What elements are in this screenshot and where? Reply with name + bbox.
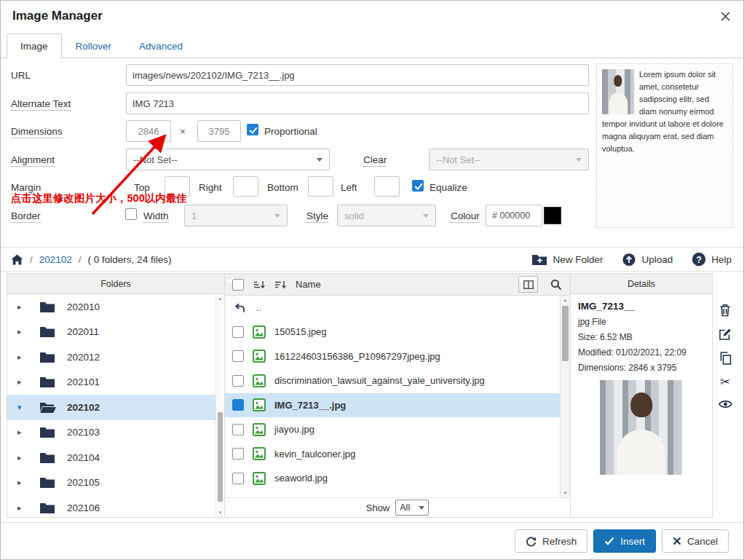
preview-eye-icon[interactable] (719, 399, 732, 409)
delete-icon[interactable] (719, 304, 731, 317)
select-all-checkbox[interactable] (232, 279, 244, 291)
upload-icon (622, 253, 636, 267)
help-icon: ? (692, 252, 706, 267)
breadcrumb-separator: / (79, 254, 82, 265)
caret-right-icon[interactable]: ▸ (17, 504, 25, 512)
alignment-label: Alignment (11, 154, 55, 165)
copy-icon[interactable] (719, 352, 732, 365)
details-file-size: Size: 6.52 MB (578, 332, 705, 342)
file-checkbox[interactable] (232, 350, 244, 362)
breadcrumb-folder-link[interactable]: 202102 (39, 254, 72, 265)
chevron-down-icon (274, 214, 280, 218)
height-input[interactable] (197, 120, 241, 142)
caret-right-icon[interactable]: ▸ (17, 478, 25, 486)
caret-right-icon[interactable]: ▸ (17, 328, 25, 336)
layout-toggle-button[interactable] (518, 276, 538, 293)
new-folder-button[interactable]: New Folder (531, 253, 603, 266)
border-colour-input[interactable]: # 000000 (486, 205, 542, 226)
file-item[interactable]: jiayou.jpg (225, 417, 560, 442)
refresh-button[interactable]: Refresh (515, 529, 587, 553)
file-item[interactable]: 150515.jpeg (225, 320, 560, 344)
cancel-button[interactable]: Cancel (662, 529, 729, 553)
equalize-checkbox[interactable] (412, 180, 424, 192)
clear-label: Clear (363, 154, 387, 165)
folder-item[interactable]: ▸ 202010 (7, 294, 215, 320)
image-file-icon (253, 374, 266, 387)
folder-name: 202102 (67, 402, 100, 413)
show-filter-select[interactable]: All (395, 500, 429, 516)
files-panel: Name .. 150515.jpeg (225, 273, 570, 518)
folder-name: 202103 (67, 427, 100, 438)
file-item[interactable]: discrimination_lawsuit_against_yale_univ… (225, 368, 560, 393)
proportional-checkbox[interactable] (247, 124, 258, 135)
help-button[interactable]: ? Help (692, 252, 732, 267)
folder-item[interactable]: ▸ 202103 (7, 420, 215, 446)
tab-rollover[interactable]: Rollover (62, 33, 126, 58)
file-item-selected[interactable]: IMG_7213__.jpg (225, 393, 560, 418)
folder-item[interactable]: ▸ 202012 (7, 344, 215, 370)
alternate-text-input[interactable] (126, 92, 589, 114)
file-name: discrimination_lawsuit_against_yale_univ… (274, 375, 485, 386)
dialog-header: Image Manager (1, 1, 743, 31)
file-checkbox[interactable] (232, 375, 244, 387)
folder-item[interactable]: ▸ 202106 (7, 495, 215, 517)
caret-right-icon[interactable]: ▸ (17, 454, 25, 462)
files-scrollbar[interactable]: ▲ ▼ (560, 296, 570, 497)
file-item[interactable]: 161224603156386_P10967297jpeg.jpg (225, 344, 560, 369)
level-up-icon (234, 303, 245, 313)
folder-item[interactable]: ▸ 202011 (7, 320, 215, 345)
caret-right-icon[interactable]: ▸ (17, 378, 25, 386)
upload-button[interactable]: Upload (622, 253, 673, 267)
folder-icon (39, 351, 57, 363)
image-file-icon (253, 326, 266, 339)
border-label: Border (11, 210, 41, 221)
home-icon[interactable] (11, 254, 23, 265)
insert-button[interactable]: Insert (593, 529, 656, 553)
preview-thumbnail-image (602, 69, 634, 114)
go-up-row[interactable]: .. (225, 296, 560, 320)
sort-descending-icon[interactable] (274, 280, 286, 290)
rename-icon[interactable] (719, 328, 732, 341)
file-checkbox[interactable] (232, 399, 244, 411)
sort-ascending-icon[interactable] (253, 280, 265, 290)
folder-item[interactable]: ▸ 202101 (7, 370, 215, 395)
caret-down-icon[interactable]: ▾ (17, 403, 25, 411)
url-input[interactable] (126, 64, 589, 86)
scroll-down-icon[interactable]: ▼ (561, 491, 570, 495)
file-checkbox[interactable] (232, 424, 244, 435)
width-input[interactable] (126, 120, 171, 142)
file-checkbox[interactable] (232, 473, 244, 484)
caret-right-icon[interactable]: ▸ (17, 303, 25, 311)
tab-image[interactable]: Image (7, 33, 62, 58)
file-item[interactable]: seaworld.jpg (225, 466, 560, 491)
files-scrollbar-thumb[interactable] (562, 306, 569, 361)
file-checkbox[interactable] (232, 448, 244, 460)
border-style-label: Style (306, 210, 328, 221)
caret-right-icon[interactable]: ▸ (17, 353, 25, 361)
scroll-down-icon[interactable]: ▼ (216, 510, 224, 515)
margin-left-input[interactable] (374, 176, 400, 197)
breadcrumb-bar: / 202102 / ( 0 folders, 24 files) New Fo… (1, 247, 743, 272)
folder-item[interactable]: ▸ 202105 (7, 470, 215, 496)
cut-icon[interactable]: ✂ (720, 376, 730, 388)
margin-right-input[interactable] (233, 176, 258, 197)
close-icon[interactable] (721, 12, 730, 21)
folder-item[interactable]: ▸ 202104 (7, 445, 215, 470)
scroll-up-icon[interactable]: ▲ (216, 296, 224, 301)
margin-bottom-input[interactable] (308, 176, 333, 197)
folders-scrollbar-thumb[interactable] (218, 412, 223, 501)
alignment-select[interactable]: --Not Set-- (126, 149, 330, 170)
border-colour-label: Colour (451, 210, 480, 221)
file-checkbox[interactable] (232, 326, 244, 338)
border-width-checkbox[interactable] (125, 208, 137, 220)
tab-advanced[interactable]: Advanced (125, 33, 197, 58)
border-colour-swatch[interactable] (544, 207, 561, 224)
file-item[interactable]: kevin_faulconer.jpg (225, 442, 560, 467)
caret-right-icon[interactable]: ▸ (17, 428, 25, 436)
folder-item-selected[interactable]: ▾ 202102 (7, 395, 215, 420)
search-icon[interactable] (550, 279, 562, 291)
folders-scrollbar[interactable]: ▲ ▼ (215, 294, 224, 517)
details-file-title: IMG_7213__ (578, 301, 705, 312)
name-column-header[interactable]: Name (296, 279, 321, 290)
scroll-up-icon[interactable]: ▲ (561, 298, 570, 302)
